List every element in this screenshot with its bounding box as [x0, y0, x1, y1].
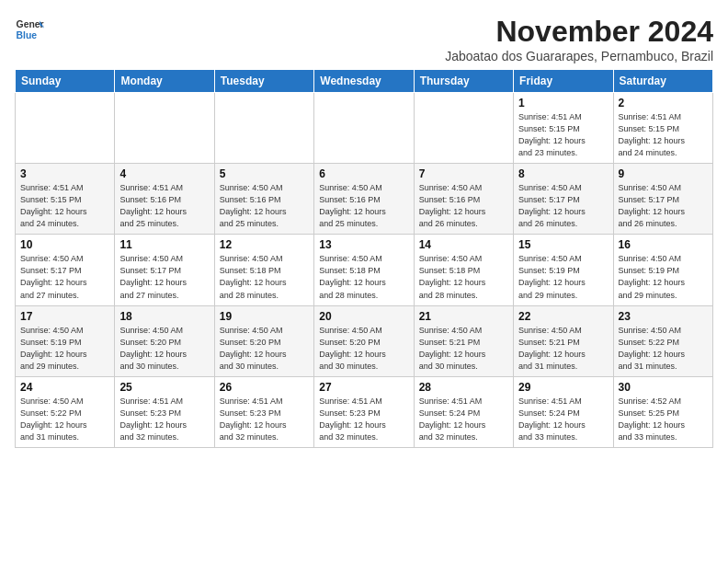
day-info: Sunrise: 4:50 AM Sunset: 5:21 PM Dayligh… [518, 325, 608, 373]
day-info: Sunrise: 4:51 AM Sunset: 5:15 PM Dayligh… [518, 111, 608, 159]
weekday-header-wednesday: Wednesday [314, 70, 414, 93]
day-info: Sunrise: 4:51 AM Sunset: 5:15 PM Dayligh… [20, 182, 109, 230]
day-info: Sunrise: 4:52 AM Sunset: 5:25 PM Dayligh… [619, 396, 708, 443]
day-cell: 1Sunrise: 4:51 AM Sunset: 5:15 PM Daylig… [514, 93, 613, 164]
day-number: 23 [619, 310, 708, 323]
day-number: 24 [20, 381, 109, 394]
day-number: 10 [20, 238, 109, 251]
day-info: Sunrise: 4:50 AM Sunset: 5:17 PM Dayligh… [619, 182, 708, 230]
day-number: 6 [319, 167, 408, 180]
day-number: 29 [518, 381, 608, 394]
weekday-header-thursday: Thursday [414, 70, 513, 93]
day-cell: 14Sunrise: 4:50 AM Sunset: 5:18 PM Dayli… [414, 235, 513, 305]
day-cell: 13Sunrise: 4:50 AM Sunset: 5:18 PM Dayli… [314, 235, 414, 305]
day-number: 12 [220, 238, 309, 251]
week-row-3: 10Sunrise: 4:50 AM Sunset: 5:17 PM Dayli… [16, 235, 713, 305]
weekday-header-tuesday: Tuesday [214, 70, 313, 93]
day-number: 9 [619, 167, 708, 180]
day-info: Sunrise: 4:50 AM Sunset: 5:17 PM Dayligh… [518, 182, 608, 230]
day-number: 16 [619, 238, 708, 251]
day-cell: 28Sunrise: 4:51 AM Sunset: 5:24 PM Dayli… [414, 376, 513, 447]
day-number: 19 [220, 310, 309, 323]
day-cell: 26Sunrise: 4:51 AM Sunset: 5:23 PM Dayli… [214, 376, 313, 447]
logo-icon: General Blue [15, 15, 44, 44]
day-info: Sunrise: 4:51 AM Sunset: 5:16 PM Dayligh… [119, 182, 209, 230]
day-cell: 7Sunrise: 4:50 AM Sunset: 5:16 PM Daylig… [414, 164, 513, 235]
week-row-2: 3Sunrise: 4:51 AM Sunset: 5:15 PM Daylig… [16, 164, 713, 235]
day-number: 5 [220, 167, 309, 180]
day-info: Sunrise: 4:51 AM Sunset: 5:15 PM Dayligh… [619, 111, 708, 159]
day-number: 26 [220, 381, 309, 394]
week-row-4: 17Sunrise: 4:50 AM Sunset: 5:19 PM Dayli… [16, 305, 713, 376]
day-number: 1 [518, 97, 608, 109]
day-info: Sunrise: 4:50 AM Sunset: 5:18 PM Dayligh… [419, 253, 508, 301]
day-number: 28 [419, 381, 508, 394]
day-number: 27 [319, 381, 408, 394]
day-cell: 18Sunrise: 4:50 AM Sunset: 5:20 PM Dayli… [115, 305, 214, 376]
day-cell: 17Sunrise: 4:50 AM Sunset: 5:19 PM Dayli… [16, 305, 115, 376]
day-info: Sunrise: 4:50 AM Sunset: 5:20 PM Dayligh… [319, 325, 408, 373]
day-info: Sunrise: 4:50 AM Sunset: 5:17 PM Dayligh… [20, 253, 109, 301]
day-cell [314, 93, 414, 164]
day-info: Sunrise: 4:51 AM Sunset: 5:23 PM Dayligh… [119, 396, 209, 443]
day-cell [16, 93, 115, 164]
day-info: Sunrise: 4:50 AM Sunset: 5:17 PM Dayligh… [119, 253, 209, 301]
day-number: 3 [20, 167, 109, 180]
day-cell: 23Sunrise: 4:50 AM Sunset: 5:22 PM Dayli… [613, 305, 712, 376]
day-number: 21 [419, 310, 508, 323]
day-cell: 25Sunrise: 4:51 AM Sunset: 5:23 PM Dayli… [115, 376, 214, 447]
day-cell: 27Sunrise: 4:51 AM Sunset: 5:23 PM Dayli… [314, 376, 414, 447]
day-info: Sunrise: 4:50 AM Sunset: 5:19 PM Dayligh… [518, 253, 608, 301]
day-cell: 12Sunrise: 4:50 AM Sunset: 5:18 PM Dayli… [214, 235, 313, 305]
day-cell: 16Sunrise: 4:50 AM Sunset: 5:19 PM Dayli… [613, 235, 712, 305]
day-cell: 24Sunrise: 4:50 AM Sunset: 5:22 PM Dayli… [16, 376, 115, 447]
logo: General Blue [15, 15, 44, 44]
day-info: Sunrise: 4:51 AM Sunset: 5:23 PM Dayligh… [319, 396, 408, 443]
day-cell: 10Sunrise: 4:50 AM Sunset: 5:17 PM Dayli… [16, 235, 115, 305]
weekday-header-row: SundayMondayTuesdayWednesdayThursdayFrid… [16, 70, 713, 93]
day-info: Sunrise: 4:50 AM Sunset: 5:22 PM Dayligh… [619, 325, 708, 373]
day-cell: 22Sunrise: 4:50 AM Sunset: 5:21 PM Dayli… [514, 305, 613, 376]
day-info: Sunrise: 4:50 AM Sunset: 5:18 PM Dayligh… [220, 253, 309, 301]
day-cell [414, 93, 513, 164]
day-info: Sunrise: 4:50 AM Sunset: 5:22 PM Dayligh… [20, 396, 109, 443]
day-info: Sunrise: 4:50 AM Sunset: 5:19 PM Dayligh… [619, 253, 708, 301]
day-cell: 2Sunrise: 4:51 AM Sunset: 5:15 PM Daylig… [613, 93, 712, 164]
day-info: Sunrise: 4:50 AM Sunset: 5:21 PM Dayligh… [419, 325, 508, 373]
day-number: 2 [619, 97, 708, 109]
day-info: Sunrise: 4:51 AM Sunset: 5:24 PM Dayligh… [518, 396, 608, 443]
day-info: Sunrise: 4:50 AM Sunset: 5:16 PM Dayligh… [319, 182, 408, 230]
location: Jaboatao dos Guararapes, Pernambuco, Bra… [445, 49, 713, 63]
day-number: 8 [518, 167, 608, 180]
weekday-header-saturday: Saturday [613, 70, 712, 93]
day-cell: 6Sunrise: 4:50 AM Sunset: 5:16 PM Daylig… [314, 164, 414, 235]
day-cell [115, 93, 214, 164]
month-title: November 2024 [445, 15, 713, 49]
day-info: Sunrise: 4:50 AM Sunset: 5:20 PM Dayligh… [119, 325, 209, 373]
day-cell: 19Sunrise: 4:50 AM Sunset: 5:20 PM Dayli… [214, 305, 313, 376]
day-cell: 15Sunrise: 4:50 AM Sunset: 5:19 PM Dayli… [514, 235, 613, 305]
day-info: Sunrise: 4:51 AM Sunset: 5:24 PM Dayligh… [419, 396, 508, 443]
weekday-header-friday: Friday [514, 70, 613, 93]
day-number: 4 [119, 167, 209, 180]
day-cell: 21Sunrise: 4:50 AM Sunset: 5:21 PM Dayli… [414, 305, 513, 376]
day-number: 13 [319, 238, 408, 251]
weekday-header-monday: Monday [115, 70, 214, 93]
day-cell [214, 93, 313, 164]
day-number: 30 [619, 381, 708, 394]
svg-text:Blue: Blue [17, 30, 38, 40]
day-number: 11 [119, 238, 209, 251]
day-cell: 5Sunrise: 4:50 AM Sunset: 5:16 PM Daylig… [214, 164, 313, 235]
calendar-table: SundayMondayTuesdayWednesdayThursdayFrid… [15, 69, 713, 448]
day-number: 22 [518, 310, 608, 323]
day-number: 25 [119, 381, 209, 394]
day-info: Sunrise: 4:50 AM Sunset: 5:20 PM Dayligh… [220, 325, 309, 373]
day-info: Sunrise: 4:50 AM Sunset: 5:16 PM Dayligh… [220, 182, 309, 230]
day-cell: 30Sunrise: 4:52 AM Sunset: 5:25 PM Dayli… [613, 376, 712, 447]
day-number: 20 [319, 310, 408, 323]
day-info: Sunrise: 4:50 AM Sunset: 5:18 PM Dayligh… [319, 253, 408, 301]
day-cell: 20Sunrise: 4:50 AM Sunset: 5:20 PM Dayli… [314, 305, 414, 376]
day-info: Sunrise: 4:50 AM Sunset: 5:16 PM Dayligh… [419, 182, 508, 230]
day-cell: 9Sunrise: 4:50 AM Sunset: 5:17 PM Daylig… [613, 164, 712, 235]
day-number: 14 [419, 238, 508, 251]
